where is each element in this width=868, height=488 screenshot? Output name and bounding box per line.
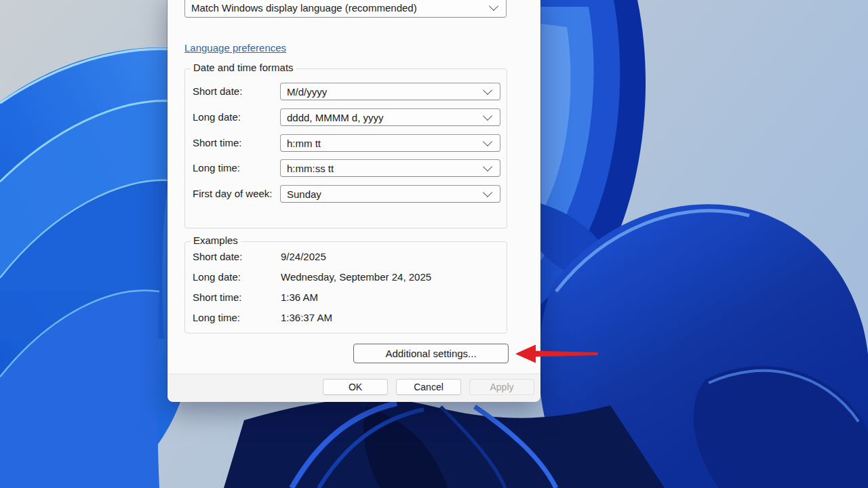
chevron-down-icon <box>489 1 498 11</box>
example-long-date-row: Long date: Wednesday, September 24, 2025 <box>192 270 500 284</box>
short-time-row: Short time: h:mm tt <box>192 134 500 152</box>
first-day-of-week-select[interactable]: Sunday <box>280 185 500 203</box>
example-long-time-row: Long time: 1:36:37 AM <box>192 311 500 325</box>
example-short-date-row: Short date: 9/24/2025 <box>192 250 500 264</box>
long-time-label: Long time: <box>193 159 240 177</box>
cancel-button[interactable]: Cancel <box>396 379 461 395</box>
short-date-label: Short date: <box>193 83 242 100</box>
first-day-of-week-row: First day of week: Sunday <box>192 185 500 203</box>
examples-group-title: Examples <box>191 235 241 246</box>
chevron-down-icon <box>483 85 492 95</box>
short-date-row: Short date: M/d/yyyy <box>192 83 500 100</box>
date-time-formats-group: Date and time formats Short date: M/d/yy… <box>184 68 507 228</box>
long-time-row: Long time: h:mm:ss tt <box>192 159 500 177</box>
chevron-down-icon <box>483 137 492 146</box>
long-date-select[interactable]: dddd, MMMM d, yyyy <box>280 108 500 126</box>
date-time-formats-group-title: Date and time formats <box>191 62 296 73</box>
examples-group: Examples Short date: 9/24/2025 Long date… <box>184 241 507 333</box>
first-day-of-week-label: First day of week: <box>193 185 273 203</box>
region-settings-dialog: Match Windows display language (recommen… <box>167 0 540 401</box>
long-time-select[interactable]: h:mm:ss tt <box>280 159 500 177</box>
example-short-date-value: 9/24/2025 <box>281 250 326 264</box>
additional-settings-button[interactable]: Additional settings... <box>353 344 509 363</box>
short-date-select[interactable]: M/d/yyyy <box>280 83 500 100</box>
dialog-footer: OK Cancel Apply <box>167 373 540 402</box>
chevron-down-icon <box>483 111 492 121</box>
display-language-select[interactable]: Match Windows display language (recommen… <box>184 0 507 18</box>
long-date-row: Long date: dddd, MMMM d, yyyy <box>192 108 500 126</box>
example-short-time-value: 1:36 AM <box>281 291 318 304</box>
chevron-down-icon <box>483 188 492 197</box>
apply-button: Apply <box>469 379 534 395</box>
short-time-label: Short time: <box>193 134 242 152</box>
example-short-time-row: Short time: 1:36 AM <box>192 291 500 304</box>
display-language-value: Match Windows display language (recommen… <box>191 2 417 14</box>
language-preferences-link[interactable]: Language preferences <box>184 42 286 54</box>
short-time-select[interactable]: h:mm tt <box>280 134 500 152</box>
ok-button[interactable]: OK <box>323 379 388 395</box>
chevron-down-icon <box>483 162 492 171</box>
bloom-bottom-ribbons <box>224 399 665 488</box>
long-date-label: Long date: <box>193 108 241 126</box>
example-long-time-value: 1:36:37 AM <box>281 311 332 325</box>
red-arrow-icon <box>509 339 604 369</box>
example-long-date-value: Wednesday, September 24, 2025 <box>281 270 431 284</box>
